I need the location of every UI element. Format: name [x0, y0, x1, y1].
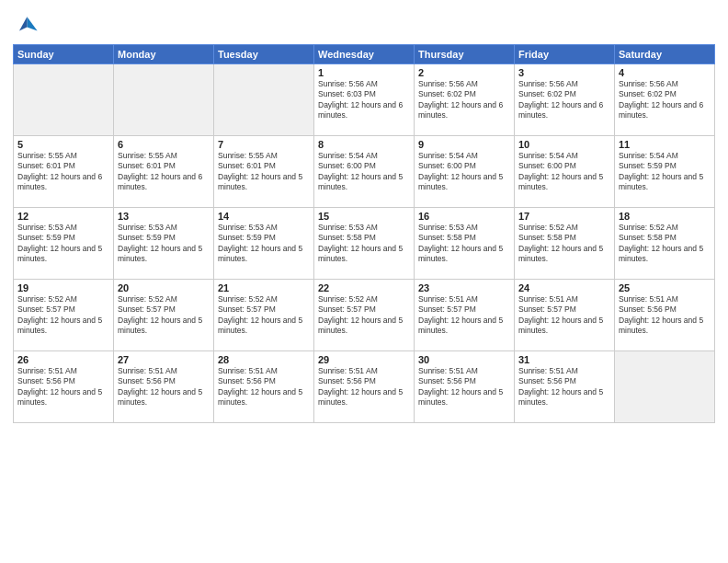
- calendar-day-cell: 20Sunrise: 5:52 AMSunset: 5:57 PMDayligh…: [114, 280, 214, 351]
- day-info: Sunrise: 5:52 AMSunset: 5:57 PMDaylight:…: [118, 294, 210, 337]
- calendar-day-cell: 29Sunrise: 5:51 AMSunset: 5:56 PMDayligh…: [314, 351, 415, 423]
- days-of-week-row: SundayMondayTuesdayWednesdayThursdayFrid…: [14, 45, 715, 64]
- day-info: Sunrise: 5:51 AMSunset: 5:56 PMDaylight:…: [518, 366, 610, 408]
- calendar-day-cell: 15Sunrise: 5:53 AMSunset: 5:58 PMDayligh…: [314, 208, 415, 280]
- day-number: 22: [318, 282, 410, 293]
- day-info: Sunrise: 5:51 AMSunset: 5:56 PMDaylight:…: [218, 366, 310, 408]
- page: SundayMondayTuesdayWednesdayThursdayFrid…: [0, 0, 728, 563]
- day-number: 24: [518, 282, 610, 293]
- calendar-day-cell: 14Sunrise: 5:53 AMSunset: 5:59 PMDayligh…: [214, 208, 314, 280]
- day-number: 9: [418, 139, 510, 150]
- header: [13, 9, 715, 39]
- day-info: Sunrise: 5:52 AMSunset: 5:57 PMDaylight:…: [318, 294, 410, 337]
- calendar-day-cell: [14, 64, 114, 136]
- calendar-day-cell: 7Sunrise: 5:55 AMSunset: 6:01 PMDaylight…: [214, 136, 314, 208]
- day-number: 30: [418, 354, 510, 365]
- day-info: Sunrise: 5:51 AMSunset: 5:56 PMDaylight:…: [418, 366, 510, 408]
- day-info: Sunrise: 5:52 AMSunset: 5:57 PMDaylight:…: [17, 294, 109, 337]
- calendar-day-cell: 27Sunrise: 5:51 AMSunset: 5:56 PMDayligh…: [114, 351, 214, 423]
- day-info: Sunrise: 5:54 AMSunset: 6:00 PMDaylight:…: [318, 151, 410, 193]
- day-info: Sunrise: 5:56 AMSunset: 6:02 PMDaylight:…: [518, 79, 610, 121]
- calendar-day-cell: 25Sunrise: 5:51 AMSunset: 5:56 PMDayligh…: [615, 280, 715, 351]
- calendar-day-cell: 30Sunrise: 5:51 AMSunset: 5:56 PMDayligh…: [415, 351, 515, 423]
- calendar-day-cell: 17Sunrise: 5:52 AMSunset: 5:58 PMDayligh…: [515, 208, 615, 280]
- calendar-day-cell: 24Sunrise: 5:51 AMSunset: 5:57 PMDayligh…: [515, 280, 615, 351]
- day-number: 5: [17, 139, 109, 150]
- calendar-day-cell: 5Sunrise: 5:55 AMSunset: 6:01 PMDaylight…: [14, 136, 114, 208]
- day-number: 27: [118, 354, 210, 365]
- day-number: 3: [518, 67, 610, 78]
- day-number: 13: [118, 211, 210, 222]
- calendar-day-cell: 12Sunrise: 5:53 AMSunset: 5:59 PMDayligh…: [14, 208, 114, 280]
- calendar-day-cell: 10Sunrise: 5:54 AMSunset: 6:00 PMDayligh…: [515, 136, 615, 208]
- calendar-week-row: 1Sunrise: 5:56 AMSunset: 6:03 PMDaylight…: [14, 64, 715, 136]
- calendar-day-cell: 31Sunrise: 5:51 AMSunset: 5:56 PMDayligh…: [515, 351, 615, 423]
- calendar-day-cell: 23Sunrise: 5:51 AMSunset: 5:57 PMDayligh…: [415, 280, 515, 351]
- day-number: 28: [218, 354, 310, 365]
- day-info: Sunrise: 5:55 AMSunset: 6:01 PMDaylight:…: [17, 151, 109, 193]
- day-number: 14: [218, 211, 310, 222]
- calendar-day-cell: 11Sunrise: 5:54 AMSunset: 5:59 PMDayligh…: [615, 136, 715, 208]
- day-of-week-header: Wednesday: [314, 45, 415, 64]
- calendar-body: 1Sunrise: 5:56 AMSunset: 6:03 PMDaylight…: [14, 64, 715, 423]
- day-info: Sunrise: 5:51 AMSunset: 5:56 PMDaylight:…: [619, 294, 711, 337]
- day-info: Sunrise: 5:51 AMSunset: 5:56 PMDaylight:…: [17, 366, 109, 408]
- day-number: 19: [17, 282, 109, 293]
- day-of-week-header: Friday: [515, 45, 615, 64]
- calendar-day-cell: 18Sunrise: 5:52 AMSunset: 5:58 PMDayligh…: [615, 208, 715, 280]
- day-of-week-header: Thursday: [415, 45, 515, 64]
- day-info: Sunrise: 5:56 AMSunset: 6:02 PMDaylight:…: [619, 79, 711, 121]
- logo-icon: [13, 13, 39, 39]
- day-number: 20: [118, 282, 210, 293]
- day-info: Sunrise: 5:53 AMSunset: 5:58 PMDaylight:…: [418, 223, 510, 265]
- calendar-week-row: 12Sunrise: 5:53 AMSunset: 5:59 PMDayligh…: [14, 208, 715, 280]
- day-number: 21: [218, 282, 310, 293]
- calendar-day-cell: [615, 351, 715, 423]
- day-of-week-header: Sunday: [14, 45, 114, 64]
- calendar-week-row: 5Sunrise: 5:55 AMSunset: 6:01 PMDaylight…: [14, 136, 715, 208]
- calendar-day-cell: 6Sunrise: 5:55 AMSunset: 6:01 PMDaylight…: [114, 136, 214, 208]
- day-info: Sunrise: 5:51 AMSunset: 5:56 PMDaylight:…: [318, 366, 410, 408]
- day-info: Sunrise: 5:51 AMSunset: 5:57 PMDaylight:…: [418, 294, 510, 337]
- calendar-header: SundayMondayTuesdayWednesdayThursdayFrid…: [14, 45, 715, 64]
- calendar-day-cell: 8Sunrise: 5:54 AMSunset: 6:00 PMDaylight…: [314, 136, 415, 208]
- calendar-day-cell: 16Sunrise: 5:53 AMSunset: 5:58 PMDayligh…: [415, 208, 515, 280]
- calendar-day-cell: 1Sunrise: 5:56 AMSunset: 6:03 PMDaylight…: [314, 64, 415, 136]
- calendar-week-row: 19Sunrise: 5:52 AMSunset: 5:57 PMDayligh…: [14, 280, 715, 351]
- day-info: Sunrise: 5:53 AMSunset: 5:59 PMDaylight:…: [218, 223, 310, 265]
- day-info: Sunrise: 5:55 AMSunset: 6:01 PMDaylight:…: [118, 151, 210, 193]
- day-number: 26: [17, 354, 109, 365]
- day-number: 25: [619, 282, 711, 293]
- calendar-day-cell: 2Sunrise: 5:56 AMSunset: 6:02 PMDaylight…: [415, 64, 515, 136]
- calendar-day-cell: [114, 64, 214, 136]
- day-info: Sunrise: 5:54 AMSunset: 6:00 PMDaylight:…: [518, 151, 610, 193]
- day-info: Sunrise: 5:56 AMSunset: 6:03 PMDaylight:…: [318, 79, 410, 121]
- day-number: 18: [619, 211, 711, 222]
- day-number: 7: [218, 139, 310, 150]
- day-info: Sunrise: 5:51 AMSunset: 5:56 PMDaylight:…: [118, 366, 210, 408]
- day-number: 11: [619, 139, 711, 150]
- day-number: 23: [418, 282, 510, 293]
- svg-marker-0: [27, 17, 37, 30]
- calendar-day-cell: 3Sunrise: 5:56 AMSunset: 6:02 PMDaylight…: [515, 64, 615, 136]
- day-number: 15: [318, 211, 410, 222]
- calendar-day-cell: 9Sunrise: 5:54 AMSunset: 6:00 PMDaylight…: [415, 136, 515, 208]
- day-number: 1: [318, 67, 410, 78]
- calendar-table: SundayMondayTuesdayWednesdayThursdayFrid…: [13, 44, 715, 423]
- svg-marker-1: [19, 17, 27, 30]
- day-info: Sunrise: 5:53 AMSunset: 5:59 PMDaylight:…: [118, 223, 210, 265]
- calendar-day-cell: 26Sunrise: 5:51 AMSunset: 5:56 PMDayligh…: [14, 351, 114, 423]
- day-number: 31: [518, 354, 610, 365]
- day-info: Sunrise: 5:53 AMSunset: 5:59 PMDaylight:…: [17, 223, 109, 265]
- day-number: 16: [418, 211, 510, 222]
- day-info: Sunrise: 5:53 AMSunset: 5:58 PMDaylight:…: [318, 223, 410, 265]
- day-info: Sunrise: 5:51 AMSunset: 5:57 PMDaylight:…: [518, 294, 610, 337]
- day-number: 8: [318, 139, 410, 150]
- day-info: Sunrise: 5:56 AMSunset: 6:02 PMDaylight:…: [418, 79, 510, 121]
- day-of-week-header: Tuesday: [214, 45, 314, 64]
- day-info: Sunrise: 5:52 AMSunset: 5:57 PMDaylight:…: [218, 294, 310, 337]
- day-number: 2: [418, 67, 510, 78]
- calendar-day-cell: 19Sunrise: 5:52 AMSunset: 5:57 PMDayligh…: [14, 280, 114, 351]
- day-info: Sunrise: 5:52 AMSunset: 5:58 PMDaylight:…: [619, 223, 711, 265]
- calendar-week-row: 26Sunrise: 5:51 AMSunset: 5:56 PMDayligh…: [14, 351, 715, 423]
